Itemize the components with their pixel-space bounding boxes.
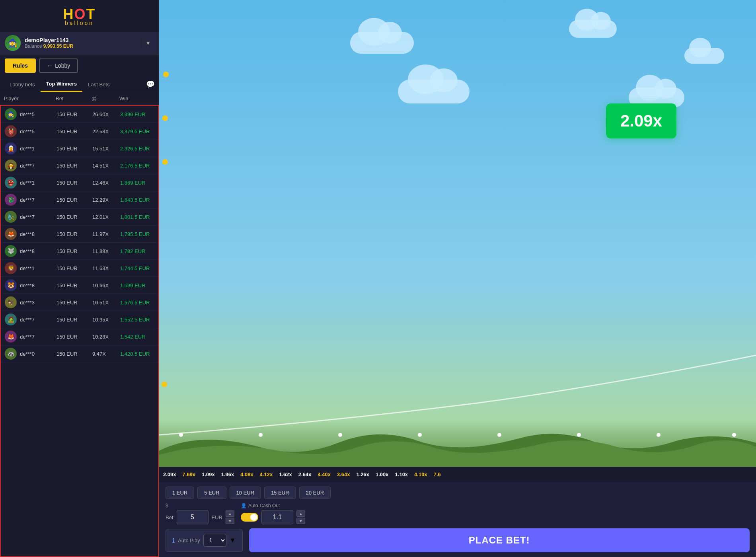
quick-bet-button[interactable]: 10 EUR (230, 487, 261, 499)
bet-spin-down[interactable]: ▼ (226, 518, 234, 524)
white-dot-7 (657, 433, 661, 437)
auto-cashout-row: ▲ ▼ (241, 510, 305, 524)
bet-amount: 150 EUR (57, 214, 92, 220)
col-at: @ (92, 95, 119, 101)
player-avatar: 🐉 (5, 194, 17, 206)
bet-spin-up[interactable]: ▲ (226, 510, 234, 517)
player-avatar: 👺 (5, 177, 17, 189)
bet-input-row: Bet EUR ▲ ▼ (166, 510, 234, 524)
bet-amount: 150 EUR (57, 351, 92, 357)
white-dot-2 (259, 433, 263, 437)
bet-amount: 150 EUR (57, 248, 92, 254)
bet-input[interactable] (177, 510, 208, 524)
table-header: Player Bet @ Win (0, 92, 159, 105)
row-multiplier: 10.28X (92, 334, 120, 340)
traj-dot-4 (162, 382, 167, 387)
row-multiplier: 15.51X (92, 146, 120, 152)
auto-cashout-toggle[interactable] (241, 513, 258, 522)
table-row: 🧞 de***7 150 EUR 12.01X 1,801.5 EUR (1, 208, 158, 226)
player-cell: 👹 de***5 (5, 125, 57, 137)
auto-cashout-section: 👤 Auto Cash Out ▲ ▼ (241, 503, 305, 524)
player-name: de***7 (20, 163, 35, 169)
dollar-label: $ (166, 503, 234, 508)
cloud-1 (350, 32, 414, 54)
game-area: 2.09x 2.09x7.69x1.09x1.96x4.08x4.12x1.62… (159, 0, 756, 557)
cashout-spin-up[interactable]: ▲ (296, 510, 305, 517)
multiplier-bar-item: 3.64x (337, 471, 350, 477)
row-multiplier: 22.53X (92, 129, 120, 134)
bet-amount: 150 EUR (57, 197, 92, 203)
place-bet-button[interactable]: PLACE BET! (249, 528, 750, 552)
autoplay-select[interactable]: 1 5 10 20 50 (203, 534, 226, 547)
tab-last-bets[interactable]: Last Bets (82, 78, 115, 92)
multipliers-bar: 2.09x7.69x1.09x1.96x4.08x4.12x1.62x2.64x… (159, 467, 756, 482)
bet-amount: 150 EUR (57, 282, 92, 288)
bet-amount: 150 EUR (57, 317, 92, 323)
dropdown-arrow[interactable]: ▼ (142, 38, 154, 48)
bet-amount: 150 EUR (57, 265, 92, 271)
player-avatar: 🦅 (5, 296, 17, 308)
row-multiplier: 10.51X (92, 300, 120, 306)
win-amount: 1,420.5 EUR (120, 351, 159, 357)
multiplier-bar-item: 7.69x (183, 471, 196, 477)
col-player: Player (4, 95, 56, 101)
white-dot-8 (732, 433, 736, 437)
multiplier-bar-item: 1.26x (356, 471, 369, 477)
bet-spinner: ▲ ▼ (226, 510, 234, 524)
player-avatar: 🦝 (5, 348, 17, 360)
row-multiplier: 10.66X (92, 282, 120, 288)
quick-bet-button[interactable]: 1 EUR (166, 487, 194, 499)
multiplier-bar-item: 2.64x (298, 471, 312, 477)
table-row: 👹 de***5 150 EUR 22.53X 3,379.5 EUR (1, 123, 158, 140)
quick-bet-button[interactable]: 20 EUR (299, 487, 331, 499)
cashout-label: Cash Out (260, 503, 280, 508)
quick-bet-button[interactable]: 15 EUR (264, 487, 296, 499)
player-name: de***7 (20, 214, 35, 220)
player-avatar: 🧟 (5, 314, 17, 325)
player-cell: 🧛 de***7 (5, 160, 57, 171)
tab-lobby-bets[interactable]: Lobby bets (4, 78, 41, 92)
win-amount: 1,782 EUR (120, 248, 159, 254)
multiplier-bar-item: 1.96x (221, 471, 234, 477)
logo-hot: HOT (63, 7, 95, 21)
info-icon[interactable]: ℹ (172, 537, 175, 544)
table-row: 🐺 de***8 150 EUR 11.88X 1,782 EUR (1, 243, 158, 260)
chat-icon[interactable]: 💬 (146, 80, 155, 89)
row-multiplier: 12.01X (92, 214, 120, 220)
rules-button[interactable]: Rules (5, 58, 36, 73)
multiplier-bar-item: 4.08x (240, 471, 253, 477)
win-amount: 2,176.5 EUR (120, 163, 159, 169)
cloud-3 (398, 80, 470, 103)
player-avatar: 🧛 (5, 160, 17, 171)
user-info: demoPlayer1143 Balance 9,993.55 EUR (25, 37, 142, 49)
row-multiplier: 12.29X (92, 197, 120, 203)
cloud-2 (569, 20, 617, 38)
cashout-spin-down[interactable]: ▼ (296, 518, 305, 524)
controls-area: 1 EUR5 EUR10 EUR15 EUR20 EUR $ Bet EUR ▲… (159, 482, 756, 557)
bottom-controls: ℹ Auto Play 1 5 10 20 50 ▼ PLACE BET! (166, 528, 750, 552)
multiplier-bar-item: 1.62x (279, 471, 292, 477)
multiplier-display: 2.09x (606, 103, 676, 138)
player-cell: 🦊 de***8 (5, 228, 57, 240)
ground-hills (159, 419, 756, 467)
auto-label: Auto (248, 503, 258, 508)
auto-cashout-label: 👤 Auto Cash Out (241, 503, 305, 508)
lobby-button[interactable]: ← Lobby (39, 58, 78, 73)
tab-top-winners[interactable]: Top Winners (41, 77, 83, 92)
left-panel: HOT balloon 🧙 demoPlayer1143 Balance 9,9… (0, 0, 159, 557)
user-bar: 🧙 demoPlayer1143 Balance 9,993.55 EUR ▼ (0, 32, 159, 55)
quick-bet-button[interactable]: 5 EUR (197, 487, 226, 499)
player-name: de***1 (20, 265, 35, 271)
player-name: de***5 (20, 111, 35, 117)
logo: HOT balloon (63, 7, 95, 26)
col-bet: Bet (56, 95, 92, 101)
table-row: 🐉 de***7 150 EUR 12.29X 1,843.5 EUR (1, 191, 158, 208)
bet-amount: 150 EUR (57, 334, 92, 340)
white-dot-4 (418, 433, 422, 437)
white-dot-1 (179, 433, 183, 437)
quick-bets: 1 EUR5 EUR10 EUR15 EUR20 EUR (166, 487, 750, 499)
player-name: de***3 (20, 300, 35, 306)
tabs-row: Lobby bets Top Winners Last Bets 💬 (0, 77, 159, 92)
cashout-input[interactable] (261, 510, 293, 524)
lobby-label: Lobby (55, 62, 70, 69)
